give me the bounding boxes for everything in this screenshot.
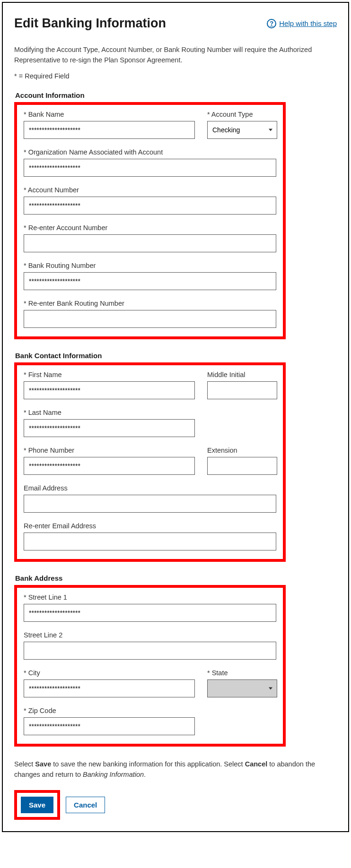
extension-label: Extension	[207, 447, 277, 454]
account-info-box: * Bank Name * Account Type Checking * Or…	[14, 102, 286, 339]
street1-input[interactable]	[24, 604, 276, 622]
page-title: Edit Banking Information	[14, 16, 166, 31]
re-email-label: Re-enter Email Address	[24, 522, 276, 530]
re-account-number-label: * Re-enter Account Number	[24, 224, 276, 232]
bank-name-label: * Bank Name	[24, 111, 195, 118]
bottom-instructions: Select Save to save the new banking info…	[14, 759, 317, 780]
re-routing-number-label: * Re-enter Bank Routing Number	[24, 300, 276, 307]
bank-address-box: * Street Line 1 Street Line 2 * City * S…	[14, 585, 286, 747]
section-heading-account-info: Account Information	[14, 91, 337, 99]
account-type-select[interactable]: Checking	[207, 121, 277, 139]
help-icon: ?	[267, 19, 276, 28]
account-number-label: * Account Number	[24, 186, 276, 194]
last-name-label: * Last Name	[24, 409, 195, 416]
middle-initial-input[interactable]	[207, 381, 277, 399]
help-link[interactable]: ? Help with this step	[267, 19, 337, 28]
re-routing-number-input[interactable]	[24, 310, 276, 328]
bank-name-input[interactable]	[24, 121, 195, 139]
section-heading-contact-info: Bank Contact Information	[14, 352, 337, 360]
contact-info-box: * First Name Middle Initial * Last Name …	[14, 362, 286, 562]
page-container: Edit Banking Information ? Help with thi…	[2, 2, 349, 832]
re-account-number-input[interactable]	[24, 234, 276, 252]
save-button[interactable]: Save	[21, 797, 53, 813]
first-name-input[interactable]	[24, 381, 195, 399]
street2-input[interactable]	[24, 642, 276, 660]
extension-input[interactable]	[207, 457, 277, 475]
zip-label: * Zip Code	[24, 707, 195, 714]
intro-text: Modifying the Account Type, Account Numb…	[14, 45, 337, 66]
phone-input[interactable]	[24, 457, 195, 475]
zip-input[interactable]	[24, 717, 195, 735]
email-label: Email Address	[24, 484, 276, 492]
action-row: Save Cancel	[14, 790, 337, 820]
street1-label: * Street Line 1	[24, 593, 276, 601]
first-name-label: * First Name	[24, 371, 195, 378]
help-link-label: Help with this step	[279, 19, 337, 27]
state-label: * State	[207, 669, 277, 677]
save-highlight: Save	[14, 790, 60, 820]
state-select[interactable]	[207, 679, 277, 697]
last-name-input[interactable]	[24, 419, 195, 437]
org-name-label: * Organization Name Associated with Acco…	[24, 148, 276, 156]
re-email-input[interactable]	[24, 533, 276, 550]
phone-label: * Phone Number	[24, 447, 195, 454]
routing-number-input[interactable]	[24, 272, 276, 290]
email-input[interactable]	[24, 495, 276, 513]
section-heading-bank-address: Bank Address	[14, 574, 337, 582]
street2-label: Street Line 2	[24, 631, 276, 639]
account-type-label: * Account Type	[207, 111, 277, 118]
org-name-input[interactable]	[24, 159, 276, 177]
city-label: * City	[24, 669, 195, 677]
middle-initial-label: Middle Initial	[207, 371, 277, 378]
city-input[interactable]	[24, 679, 195, 697]
routing-number-label: * Bank Routing Number	[24, 262, 276, 269]
required-note: * = Required Field	[14, 72, 337, 80]
account-number-input[interactable]	[24, 197, 276, 215]
cancel-button[interactable]: Cancel	[66, 797, 105, 813]
header-row: Edit Banking Information ? Help with thi…	[14, 16, 337, 31]
